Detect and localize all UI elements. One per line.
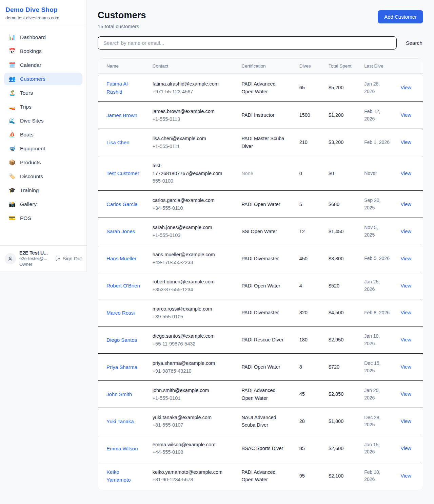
customer-name-link[interactable]: Diego Santos <box>106 337 137 343</box>
dive-sites-icon: 🌊 <box>9 117 16 124</box>
customer-email: sarah.jones@example.com <box>153 224 231 231</box>
sidebar-item-label: Calendar <box>20 62 41 68</box>
sidebar-item-gallery[interactable]: 📸Gallery <box>4 198 82 210</box>
table-row: Carlos Garciacarlos.garcia@example.com+3… <box>98 191 423 218</box>
total-spent: $1,450 <box>323 218 359 245</box>
last-dive: Feb 10, 2026 <box>359 462 395 489</box>
customer-name-link[interactable]: Marco Rossi <box>106 310 135 316</box>
customer-count: 15 total customers <box>98 23 146 29</box>
customers-icon: 👥 <box>9 76 16 82</box>
total-spent: $0 <box>323 156 359 191</box>
table-row: Fatima Al-Rashidfatima.alrashid@example.… <box>98 74 423 102</box>
last-dive: Jan 10, 2026 <box>359 326 395 354</box>
view-link[interactable]: View <box>401 418 411 424</box>
customer-email: carlos.garcia@example.com <box>153 197 231 204</box>
customer-name-link[interactable]: Sarah Jones <box>106 228 135 234</box>
dives-count: 4 <box>294 272 323 299</box>
view-link[interactable]: View <box>401 283 411 288</box>
search-button[interactable]: Search <box>405 40 423 46</box>
customer-phone: +81-555-0107 <box>153 421 231 429</box>
dives-count: 65 <box>294 74 323 102</box>
certification: PADI Advanced Open Water <box>241 81 276 94</box>
customer-name-link[interactable]: Carlos Garcia <box>106 201 138 207</box>
sidebar-item-tours[interactable]: 🏝️Tours <box>4 87 82 99</box>
last-dive: Never <box>359 156 395 191</box>
title-block: Customers 15 total customers <box>98 10 146 29</box>
view-link[interactable]: View <box>401 229 411 234</box>
sidebar-item-dive-sites[interactable]: 🌊Dive Sites <box>4 114 82 127</box>
customer-email: robert.obrien@example.com <box>153 278 231 285</box>
sidebar-item-products[interactable]: 📦Products <box>4 156 82 169</box>
total-spent: $2,950 <box>323 326 359 354</box>
customer-name-link[interactable]: Emma Wilson <box>106 446 138 451</box>
customer-phone: +81-90-1234-5678 <box>153 476 231 483</box>
view-link[interactable]: View <box>401 391 411 397</box>
certification: PADI Open Water <box>241 364 280 370</box>
bookings-icon: 📅 <box>9 48 16 54</box>
total-spent: $1,800 <box>323 408 359 435</box>
total-spent: $2,850 <box>323 381 359 408</box>
sidebar-item-discounts[interactable]: 🏷️Discounts <box>4 170 82 183</box>
table-row: Keiko Yamamotokeiko.yamamoto@example.com… <box>98 462 423 489</box>
sidebar-item-bookings[interactable]: 📅Bookings <box>4 45 82 57</box>
sidebar-item-label: Training <box>20 187 39 193</box>
view-link[interactable]: View <box>401 202 411 207</box>
sign-out-button[interactable]: Sign Out <box>55 256 82 261</box>
customer-name-link[interactable]: Yuki Tanaka <box>106 418 134 424</box>
main-content: Customers 15 total customers Add Custome… <box>87 0 434 501</box>
view-link[interactable]: View <box>401 256 411 261</box>
customer-email: test-1772681807767@example.com <box>153 162 231 177</box>
sidebar-item-label: Customers <box>20 76 45 82</box>
sidebar-item-equipment[interactable]: 🤿Equipment <box>4 142 82 155</box>
sidebar-item-trips[interactable]: 🚤Trips <box>4 100 82 113</box>
last-dive: Feb 1, 2026 <box>359 129 395 156</box>
certification: PADI Master Scuba Diver <box>241 136 284 149</box>
table-row: Yuki Tanakayuki.tanaka@example.com+81-55… <box>98 408 423 435</box>
last-dive: Jan 28, 2026 <box>359 74 395 102</box>
customer-name-link[interactable]: Test Customer <box>106 170 139 176</box>
view-link[interactable]: View <box>401 139 411 145</box>
logout-icon <box>55 256 60 261</box>
customer-name-link[interactable]: Fatima Al-Rashid <box>106 81 130 94</box>
add-customer-button[interactable]: Add Customer <box>378 10 423 23</box>
customer-name-link[interactable]: Hans Mueller <box>106 256 136 261</box>
sidebar-item-pos[interactable]: 💳POS <box>4 212 82 224</box>
sidebar-item-boats[interactable]: ⛵Boats <box>4 128 82 141</box>
last-dive: Feb 5, 2026 <box>359 245 395 272</box>
view-link[interactable]: View <box>401 112 411 118</box>
view-link[interactable]: View <box>401 473 411 479</box>
pos-icon: 💳 <box>9 215 16 221</box>
customer-name-link[interactable]: James Brown <box>106 112 137 118</box>
table-row: Hans Muellerhans.mueller@example.com+49-… <box>98 245 423 272</box>
search-input[interactable] <box>98 36 397 50</box>
view-link[interactable]: View <box>401 85 411 90</box>
view-link[interactable]: View <box>401 364 411 370</box>
customer-name-link[interactable]: John Smith <box>106 391 132 397</box>
customer-name-link[interactable]: Robert O'Brien <box>106 283 140 288</box>
view-link[interactable]: View <box>401 446 411 451</box>
sidebar-item-label: Discounts <box>20 173 43 180</box>
view-link[interactable]: View <box>401 171 411 176</box>
sidebar-item-training[interactable]: 🎓Training <box>4 184 82 197</box>
products-icon: 📦 <box>9 159 16 166</box>
dives-count: 12 <box>294 218 323 245</box>
view-link[interactable]: View <box>401 310 411 315</box>
column-header: Certification <box>236 59 294 74</box>
certification: PADI Advanced Open Water <box>241 469 276 482</box>
gallery-icon: 📸 <box>9 201 16 207</box>
table-header: NameContactCertificationDivesTotal Spent… <box>98 59 423 74</box>
view-link[interactable]: View <box>401 337 411 342</box>
customer-name-link[interactable]: Lisa Chen <box>106 139 130 145</box>
last-dive: Sep 20, 2025 <box>359 191 395 218</box>
sidebar-item-calendar[interactable]: 🗓️Calendar <box>4 59 82 71</box>
table-row: Robert O'Brienrobert.obrien@example.com+… <box>98 272 423 299</box>
dives-count: 320 <box>294 299 323 326</box>
dives-count: 95 <box>294 462 323 489</box>
sidebar-item-label: POS <box>20 215 31 221</box>
sidebar-item-dashboard[interactable]: 📊Dashboard <box>4 31 82 43</box>
customer-email: emma.wilson@example.com <box>153 441 231 448</box>
customer-email: priya.sharma@example.com <box>153 359 231 367</box>
customer-name-link[interactable]: Priya Sharma <box>106 364 137 370</box>
customer-name-link[interactable]: Keiko Yamamoto <box>106 469 131 483</box>
sidebar-item-customers[interactable]: 👥Customers <box>4 73 82 85</box>
